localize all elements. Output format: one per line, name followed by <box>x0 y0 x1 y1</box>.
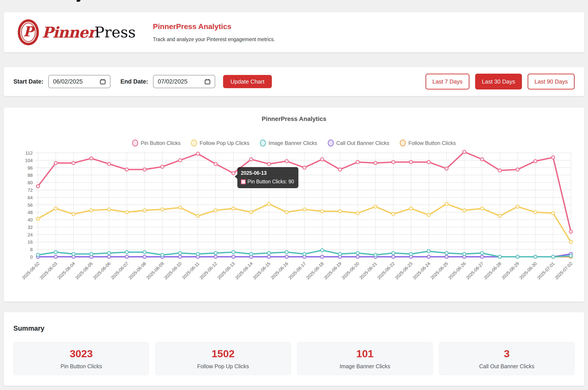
pinnerpress-logo: P Pinner Press <box>18 19 136 45</box>
svg-text:112: 112 <box>26 150 33 155</box>
chart-title: PinnerPress Analytics <box>4 107 584 122</box>
svg-text:2025-06-08: 2025-06-08 <box>128 261 147 280</box>
svg-text:2025-06-17: 2025-06-17 <box>287 261 307 280</box>
header-card: P Pinner Press PinnerPress Analytics Tra… <box>4 12 584 52</box>
svg-text:40: 40 <box>28 217 33 222</box>
svg-text:2025-06-12: 2025-06-12 <box>199 261 218 280</box>
stat-card-image-banner-clicks: 101 Image Banner Clicks <box>297 342 433 375</box>
svg-text:2025-06-29: 2025-06-29 <box>501 261 520 280</box>
stat-label: Call Out Banner Clicks <box>479 363 534 370</box>
svg-text:2025-06-22: 2025-06-22 <box>376 261 396 280</box>
svg-text:2025-06-28: 2025-06-28 <box>483 261 502 280</box>
legend-circle-icon <box>260 140 266 146</box>
stat-card-pin-button-clicks: 3023 Pin Button Clicks <box>13 342 149 375</box>
stat-value: 3 <box>504 347 510 360</box>
logo-wordmark-pinner: Pinner <box>42 24 95 41</box>
svg-text:2025-06-13: 2025-06-13 <box>216 261 236 280</box>
end-date-input[interactable]: 07/02/2025 <box>153 75 215 88</box>
svg-text:2025-07-02: 2025-07-02 <box>554 261 573 280</box>
svg-text:2025-06-03: 2025-06-03 <box>39 261 58 280</box>
stat-label: Follow Pop Up Clicks <box>197 363 249 370</box>
svg-text:56: 56 <box>28 202 33 207</box>
logo-p-badge-icon: P <box>18 19 39 45</box>
svg-text:2025-06-23: 2025-06-23 <box>394 261 413 280</box>
end-date-value: 07/02/2025 <box>158 78 188 85</box>
page-title: PinnerPress Analytics <box>153 22 275 31</box>
stat-label: Pin Button Clicks <box>61 363 102 370</box>
cropped-heading-remnant <box>76 0 81 2</box>
summary-section: Summary 3023 Pin Button Clicks 1502 Foll… <box>4 312 584 386</box>
legend-circle-icon <box>400 140 406 146</box>
calendar-icon[interactable] <box>100 79 106 84</box>
last-90-days-button[interactable]: Last 90 Days <box>528 74 575 90</box>
calendar-icon[interactable] <box>205 79 210 84</box>
svg-text:24: 24 <box>28 232 33 237</box>
svg-text:0: 0 <box>30 254 33 259</box>
page-subtitle: Track and analyze your Pinterest engagem… <box>153 37 275 43</box>
svg-text:2025-06-21: 2025-06-21 <box>358 261 378 280</box>
svg-text:96: 96 <box>28 165 33 170</box>
svg-text:2025-06-09: 2025-06-09 <box>145 261 165 280</box>
update-chart-button[interactable]: Update Chart <box>223 75 272 88</box>
svg-text:2025-06-04: 2025-06-04 <box>57 261 76 280</box>
header-text-block: PinnerPress Analytics Track and analyze … <box>153 22 275 43</box>
logo-wordmark-press: Press <box>94 24 136 41</box>
svg-text:2025-06-15: 2025-06-15 <box>252 261 271 280</box>
svg-text:2025-06-19: 2025-06-19 <box>323 261 342 280</box>
legend-item-follow-button-clicks[interactable]: Follow Button Clicks <box>400 140 456 146</box>
tooltip-series-swatch-icon <box>241 179 246 184</box>
date-controls-bar: Start Date: 06/02/2025 End Date: 07/02/2… <box>4 67 584 96</box>
legend-item-follow-pop-up-clicks[interactable]: Follow Pop Up Clicks <box>191 140 249 146</box>
stat-value: 1502 <box>212 347 235 360</box>
svg-text:2025-07-01: 2025-07-01 <box>536 261 555 280</box>
stat-label: Image Banner Clicks <box>340 363 391 370</box>
svg-text:2025-06-26: 2025-06-26 <box>447 261 467 280</box>
summary-grid: 3023 Pin Button Clicks 1502 Follow Pop U… <box>13 342 575 375</box>
last-7-days-button[interactable]: Last 7 Days <box>426 74 469 90</box>
tooltip-value: Pin Button Clicks: 90 <box>247 179 294 185</box>
chart-legend: Pin Button Clicks Follow Pop Up Clicks I… <box>4 140 584 146</box>
svg-text:16: 16 <box>28 240 33 244</box>
start-date-input[interactable]: 06/02/2025 <box>48 75 111 88</box>
legend-item-call-out-banner-clicks[interactable]: Call Out Banner Clicks <box>328 140 389 146</box>
svg-text:104: 104 <box>25 158 33 163</box>
quick-range-group: Last 7 Days Last 30 Days Last 90 Days <box>426 74 575 90</box>
svg-text:2025-06-14: 2025-06-14 <box>234 261 254 280</box>
svg-text:88: 88 <box>28 173 33 178</box>
svg-text:2025-06-07: 2025-06-07 <box>110 261 129 280</box>
svg-text:48: 48 <box>28 210 33 215</box>
svg-text:2025-06-27: 2025-06-27 <box>465 261 484 280</box>
stat-card-follow-pop-up-clicks: 1502 Follow Pop Up Clicks <box>155 342 291 375</box>
legend-circle-icon <box>191 140 197 146</box>
svg-text:64: 64 <box>28 195 33 200</box>
legend-item-image-banner-clicks[interactable]: Image Banner Clicks <box>260 140 317 146</box>
chart-tooltip: 2025-06-13 Pin Button Clicks: 90 <box>237 167 298 188</box>
stat-card-call-out-banner-clicks: 3 Call Out Banner Clicks <box>439 342 575 375</box>
svg-text:2025-06-20: 2025-06-20 <box>341 261 360 280</box>
analytics-chart-card: PinnerPress Analytics Pin Button Clicks … <box>4 107 584 302</box>
svg-text:80: 80 <box>28 180 33 185</box>
svg-text:2025-06-02: 2025-06-02 <box>21 261 40 280</box>
logo-initial: P <box>23 24 34 40</box>
svg-text:2025-06-24: 2025-06-24 <box>412 261 431 280</box>
legend-item-pin-button-clicks[interactable]: Pin Button Clicks <box>132 140 181 146</box>
svg-text:2025-06-10: 2025-06-10 <box>163 261 182 280</box>
svg-text:2025-06-18: 2025-06-18 <box>305 261 324 280</box>
svg-text:2025-06-16: 2025-06-16 <box>270 261 289 280</box>
svg-text:2025-06-30: 2025-06-30 <box>518 261 538 280</box>
svg-text:2025-06-11: 2025-06-11 <box>181 261 200 280</box>
start-date-value: 06/02/2025 <box>53 78 83 85</box>
stat-value: 3023 <box>70 347 93 360</box>
svg-text:2025-06-05: 2025-06-05 <box>75 261 94 280</box>
last-30-days-button[interactable]: Last 30 Days <box>475 74 522 90</box>
start-date-label: Start Date: <box>13 78 43 85</box>
svg-text:32: 32 <box>28 225 33 230</box>
summary-heading: Summary <box>13 325 575 332</box>
svg-text:72: 72 <box>28 188 33 193</box>
svg-text:2025-06-25: 2025-06-25 <box>430 261 449 280</box>
end-date-label: End Date: <box>120 78 148 85</box>
svg-text:8: 8 <box>30 247 33 252</box>
legend-circle-icon <box>132 140 138 146</box>
stat-value: 101 <box>356 347 373 360</box>
tooltip-date: 2025-06-13 <box>241 170 294 176</box>
